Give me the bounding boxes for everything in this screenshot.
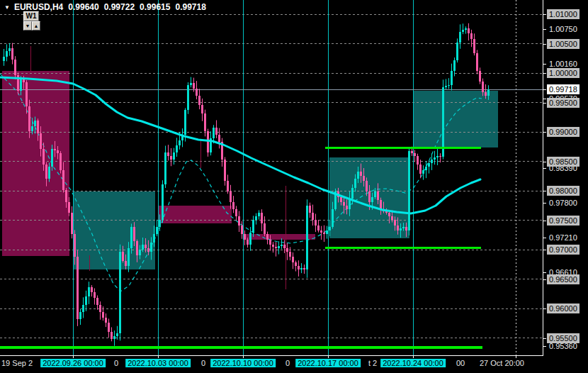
candle-body [176, 145, 178, 152]
candle-body [261, 213, 263, 223]
candle-body [224, 160, 226, 181]
range-box[interactable] [158, 206, 232, 223]
candle-body [37, 121, 39, 133]
candle-body [201, 105, 203, 114]
candle-body [298, 266, 300, 269]
price-axis-tick [543, 308, 546, 309]
candle-body [193, 83, 195, 89]
candle-body [476, 53, 478, 71]
time-axis[interactable]: 19 Sep 2000t 20027 Oct 20:002022.09.26 0… [0, 355, 543, 373]
candle-body [340, 197, 342, 202]
candle-body [300, 268, 303, 270]
range-box[interactable] [243, 234, 315, 240]
candle-body [258, 213, 260, 216]
candle-body [354, 179, 356, 187]
candle-body [241, 226, 243, 234]
candle-body [111, 332, 113, 339]
candle-body [286, 248, 288, 252]
candle-body [94, 292, 96, 298]
candle-body [68, 202, 70, 213]
candle-body [227, 181, 229, 191]
candle-body [235, 209, 237, 216]
candle-body [230, 191, 232, 202]
candle-body [119, 252, 121, 333]
candle-body [218, 135, 220, 142]
candle-body [357, 172, 359, 179]
time-axis-label: 27 Oct 20:00 [480, 359, 524, 367]
candle-body [411, 151, 413, 153]
candle-body [88, 287, 90, 296]
price-axis[interactable]: 1.007501.001600.995700.983900.978000.972… [543, 0, 588, 355]
candle [207, 129, 209, 157]
candle-body [91, 287, 93, 292]
chart-background [0, 0, 543, 355]
candle-body [425, 167, 427, 170]
candle-body [332, 209, 334, 227]
candle-body [159, 220, 161, 227]
candle-body [448, 85, 450, 87]
candle-body [351, 188, 354, 199]
candle-body [485, 92, 487, 96]
price-chart-canvas[interactable] [0, 0, 543, 355]
candle-body [43, 149, 45, 165]
candle-body [289, 252, 291, 257]
price-axis-grid-label: 0.96000 [547, 304, 579, 313]
candle-body [184, 110, 186, 135]
ohlc-close: 0.99718 [175, 2, 205, 12]
candle-body [436, 156, 439, 157]
range-box[interactable] [2, 71, 69, 256]
candle-body [371, 197, 373, 202]
candle-body [453, 60, 456, 71]
candle-body [462, 30, 464, 32]
ohlc-low: 0.99615 [140, 2, 170, 12]
symbol-dropdown-icon[interactable]: ▼ [4, 4, 10, 11]
candle-body [34, 121, 36, 126]
price-axis-grid-label: 0.98000 [547, 186, 579, 196]
candle-body [266, 234, 268, 240]
period-w1-button[interactable]: W1 [23, 11, 39, 21]
candle-body [400, 228, 402, 230]
candle-body [391, 216, 393, 220]
time-axis-tick [516, 356, 516, 358]
candle-body [264, 223, 266, 234]
candle-body [408, 151, 410, 230]
time-axis-label: 0 [201, 359, 205, 367]
candle [306, 199, 308, 278]
candle-body [431, 160, 433, 163]
candle-body [116, 333, 118, 336]
price-axis-tick [543, 272, 546, 273]
time-axis-label: 00 [456, 359, 465, 367]
candle-body [473, 39, 475, 53]
candle-body [51, 149, 53, 167]
candle-body [303, 268, 305, 270]
candle-body [150, 243, 152, 252]
candle-body [456, 43, 458, 60]
price-axis-tick [543, 279, 546, 280]
candle-body [133, 227, 135, 242]
candle-body [468, 28, 470, 34]
candle-body [487, 89, 490, 96]
candle-body [244, 234, 246, 240]
candle-body [102, 312, 104, 318]
candle-body [292, 257, 294, 262]
price-axis-grid-label: 1.00500 [547, 39, 579, 49]
candle-body [323, 233, 325, 234]
candle-body [142, 245, 144, 250]
candle-body [252, 220, 254, 233]
candle-body [145, 245, 147, 248]
arrow-up-button[interactable]: ▲ [32, 21, 40, 30]
range-box[interactable] [73, 191, 155, 269]
candle-body [470, 33, 473, 39]
candle-body [329, 227, 331, 230]
candle-body [79, 312, 81, 319]
candle [77, 250, 79, 326]
ohlc-open: 0.99640 [68, 2, 98, 12]
range-box[interactable] [413, 91, 498, 147]
arrow-down-button[interactable]: ▼ [23, 21, 32, 30]
price-axis-label: 0.97210 [547, 233, 579, 243]
candle-body [20, 78, 22, 91]
candle-body [136, 241, 138, 255]
candle-body [275, 247, 277, 249]
symbol-title: EURUSD,H4 [14, 2, 63, 12]
price-axis-tick [543, 99, 546, 99]
